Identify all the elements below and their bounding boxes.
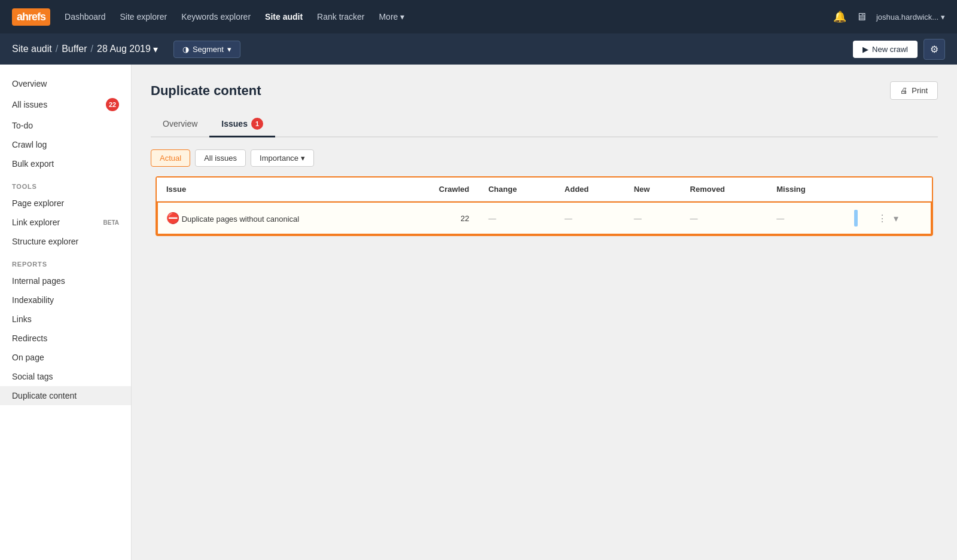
sidebar-item-overview[interactable]: Overview — [0, 74, 131, 93]
issues-table-card: Issue Crawled Change Added New Removed M… — [156, 176, 933, 236]
tab-overview[interactable]: Overview — [151, 112, 209, 137]
sidebar-item-page-explorer[interactable]: Page explorer — [0, 194, 131, 213]
nav-site-explorer[interactable]: Site explorer — [120, 12, 167, 22]
expand-row-icon[interactable]: ▾ — [894, 213, 898, 224]
bar-visual — [854, 210, 858, 227]
breadcrumb-date[interactable]: 28 Aug 2019 ▾ — [97, 44, 158, 55]
tools-section-label: TOOLS — [0, 173, 131, 194]
nav-links: Dashboard Site explorer Keywords explore… — [65, 12, 833, 22]
segment-button[interactable]: ◑ Segment ▾ — [173, 41, 240, 58]
tabs: Overview Issues 1 — [151, 112, 938, 137]
issues-table: Issue Crawled Change Added New Removed M… — [157, 178, 932, 235]
col-issue: Issue — [157, 178, 400, 201]
sidebar-item-redirects[interactable]: Redirects — [0, 329, 131, 348]
added-cell: — — [555, 201, 624, 235]
tab-issues[interactable]: Issues 1 — [209, 112, 275, 137]
nav-right: 🔔 🖥 joshua.hardwick... ▾ — [833, 10, 945, 23]
page-header: Duplicate content 🖨 Print — [151, 81, 938, 100]
sidebar-item-on-page[interactable]: On page — [0, 348, 131, 367]
print-icon: 🖨 — [900, 86, 908, 95]
filter-bar: Actual All issues Importance ▾ — [151, 149, 938, 167]
table-row: ⛔ Duplicate pages without canonical 22 —… — [157, 201, 932, 235]
logo: ahrefs — [12, 8, 50, 26]
sidebar-item-structure-explorer[interactable]: Structure explorer — [0, 232, 131, 251]
importance-chevron-icon: ▾ — [301, 154, 305, 163]
col-change: Change — [478, 178, 554, 201]
sidebar-item-crawl-log[interactable]: Crawl log — [0, 135, 131, 154]
missing-cell: — — [767, 201, 844, 235]
sidebar-item-duplicate-content[interactable]: Duplicate content — [0, 386, 131, 405]
sidebar-item-bulk-export[interactable]: Bulk export — [0, 154, 131, 173]
filter-actual-button[interactable]: Actual — [151, 149, 190, 167]
pie-icon: ◑ — [182, 45, 189, 54]
error-icon: ⛔ — [166, 212, 179, 224]
bar-cell — [844, 201, 868, 235]
removed-cell: — — [681, 201, 767, 235]
col-removed: Removed — [681, 178, 767, 201]
reports-section-label: REPORTS — [0, 251, 131, 271]
print-button[interactable]: 🖨 Print — [890, 81, 938, 100]
chevron-down-icon: ▾ — [400, 12, 404, 22]
page-title: Duplicate content — [151, 83, 261, 99]
user-menu[interactable]: joshua.hardwick... ▾ — [876, 13, 945, 22]
sidebar-item-all-issues[interactable]: All issues 22 — [0, 93, 131, 116]
actions-cell: ⋮ ▾ — [868, 201, 932, 235]
play-icon: ▶ — [862, 45, 868, 54]
issue-name[interactable]: Duplicate pages without canonical — [182, 215, 300, 224]
table-wrapper: Issue Crawled Change Added New Removed M… — [157, 178, 932, 235]
user-chevron-icon: ▾ — [941, 13, 945, 22]
breadcrumb-root[interactable]: Site audit — [12, 44, 52, 54]
sidebar-item-internal-pages[interactable]: Internal pages — [0, 271, 131, 290]
col-bar — [844, 178, 868, 201]
layout: Overview All issues 22 To-do Crawl log B… — [0, 65, 957, 560]
sub-header: Site audit / Buffer / 28 Aug 2019 ▾ ◑ Se… — [0, 33, 957, 65]
sidebar-item-links[interactable]: Links — [0, 310, 131, 329]
breadcrumb-sep1: / — [56, 44, 58, 54]
breadcrumb-site[interactable]: Buffer — [62, 44, 87, 54]
col-crawled: Crawled — [400, 178, 478, 201]
nav-keywords-explorer[interactable]: Keywords explorer — [181, 12, 251, 22]
col-added: Added — [555, 178, 624, 201]
table-header-row: Issue Crawled Change Added New Removed M… — [157, 178, 932, 201]
nav-dashboard[interactable]: Dashboard — [65, 12, 106, 22]
nav-rank-tracker[interactable]: Rank tracker — [317, 12, 364, 22]
filter-all-issues-button[interactable]: All issues — [195, 149, 246, 167]
breadcrumb-sep2: / — [91, 44, 93, 54]
monitor-icon[interactable]: 🖥 — [856, 11, 867, 23]
sidebar-item-link-explorer[interactable]: Link explorer BETA — [0, 213, 131, 232]
issue-cell: ⛔ Duplicate pages without canonical — [157, 201, 400, 235]
sidebar-item-todo[interactable]: To-do — [0, 116, 131, 135]
dropdown-arrow-icon: ▾ — [153, 44, 158, 55]
issues-tab-badge: 1 — [251, 118, 263, 130]
breadcrumb: Site audit / Buffer / 28 Aug 2019 ▾ ◑ Se… — [12, 41, 853, 58]
new-cell: — — [624, 201, 681, 235]
settings-button[interactable]: ⚙ — [924, 39, 945, 60]
sidebar-item-indexability[interactable]: Indexability — [0, 290, 131, 310]
filter-importance-button[interactable]: Importance ▾ — [251, 149, 314, 167]
sidebar: Overview All issues 22 To-do Crawl log B… — [0, 65, 132, 560]
beta-badge: BETA — [103, 219, 119, 226]
sub-header-right: ▶ New crawl ⚙ — [853, 39, 945, 60]
top-nav: ahrefs Dashboard Site explorer Keywords … — [0, 0, 957, 33]
col-actions — [868, 178, 932, 201]
crawled-cell: 22 — [400, 201, 478, 235]
row-actions: ⋮ ▾ — [877, 213, 922, 224]
more-options-icon[interactable]: ⋮ — [877, 213, 888, 224]
segment-chevron-icon: ▾ — [227, 45, 231, 54]
nav-site-audit[interactable]: Site audit — [265, 12, 303, 22]
col-missing: Missing — [767, 178, 844, 201]
nav-more[interactable]: More ▾ — [379, 12, 404, 22]
col-new: New — [624, 178, 681, 201]
main-content: Duplicate content 🖨 Print Overview Issue… — [132, 65, 957, 560]
sidebar-item-social-tags[interactable]: Social tags — [0, 367, 131, 386]
change-cell: — — [478, 201, 554, 235]
new-crawl-button[interactable]: ▶ New crawl — [853, 41, 918, 58]
notification-bell-icon[interactable]: 🔔 — [833, 10, 846, 23]
all-issues-badge: 22 — [106, 98, 119, 111]
